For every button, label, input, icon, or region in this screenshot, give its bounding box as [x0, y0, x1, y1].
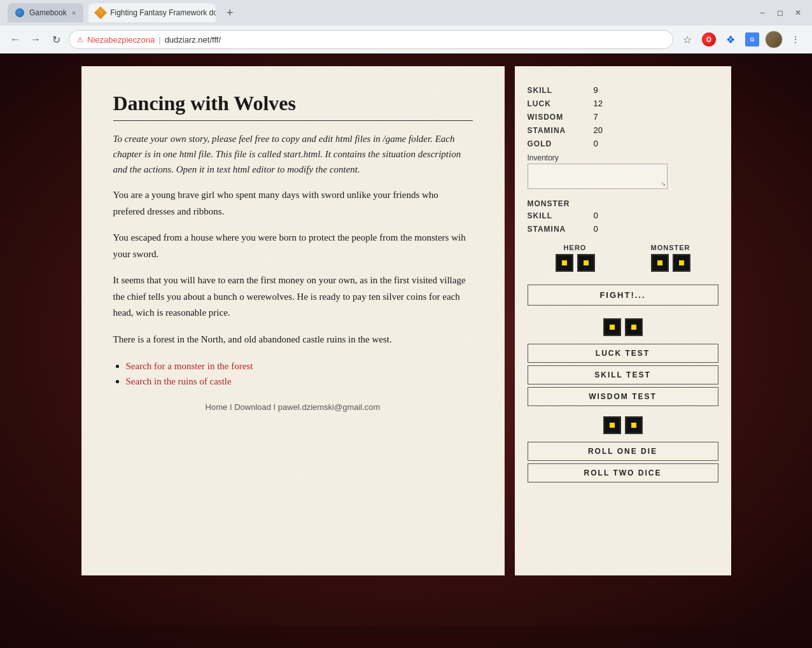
test-die-1-pip — [610, 325, 615, 330]
story-actions: Search for a monster in the forest Searc… — [113, 360, 473, 387]
footer-download-link[interactable]: Download — [234, 402, 271, 412]
monster-section: MONSTER SKILL 0 STAMINA 0 — [528, 199, 718, 234]
address-separator: | — [158, 35, 160, 45]
security-label: Niezabezpieczona — [87, 35, 155, 45]
roll-die-1-pip — [610, 423, 615, 428]
inventory-area[interactable]: ↘ — [528, 164, 668, 189]
luck-label: LUCK — [528, 99, 591, 108]
stat-row-gold: GOLD 0 — [528, 139, 718, 148]
stat-row-luck: LUCK 12 — [528, 99, 718, 108]
wisdom-test-button[interactable]: WISDOM TEST — [528, 387, 718, 406]
hero-die-2-pip — [584, 260, 589, 265]
title-bar: Gamebook × Fighting Fantasy Framework do… — [0, 0, 812, 25]
close-button[interactable]: ✕ — [792, 6, 804, 19]
stat-row-skill: SKILL 9 — [528, 85, 718, 95]
hero-dice-row — [556, 254, 595, 272]
story-para-2: You escaped from a house where you were … — [113, 230, 473, 262]
fight-button[interactable]: FIGHT!... — [528, 285, 718, 306]
tab-fff-label: Fighting Fantasy Framework dow — [110, 8, 216, 17]
earth-icon — [15, 8, 24, 17]
monster-die-2 — [673, 254, 690, 272]
test-dice-row — [528, 318, 718, 336]
tab-gamebook-label: Gamebook — [29, 8, 67, 17]
luck-test-button[interactable]: LUCK TEST — [528, 344, 718, 363]
wisdom-label: WISDOM — [528, 113, 591, 122]
skill-test-button[interactable]: SKILL TEST — [528, 365, 718, 384]
wisdom-value: 7 — [594, 112, 598, 122]
story-para-1: You are a young brave girl who spent man… — [113, 187, 473, 220]
translate-icon: G — [745, 32, 759, 46]
hero-die-2 — [577, 254, 595, 272]
footer-home-link[interactable]: Home — [206, 402, 228, 412]
window-controls: – ◻ ✕ — [756, 6, 804, 19]
refresh-button[interactable]: ↻ — [48, 32, 64, 47]
stamina-label: STAMINA — [528, 126, 591, 135]
action-link-forest[interactable]: Search for a monster in the forest — [126, 361, 253, 371]
minimize-button[interactable]: – — [756, 6, 769, 19]
opera-button[interactable]: O — [700, 31, 718, 48]
monster-stamina-label: STAMINA — [528, 225, 591, 234]
translate-button[interactable]: G — [743, 31, 761, 48]
hero-die-1 — [556, 254, 573, 272]
stamina-value: 20 — [594, 125, 603, 135]
story-footer: Home I Download I pawel.dziemski@gmail.c… — [113, 402, 473, 412]
footer-sep1: I — [230, 402, 232, 412]
roll-two-dice-button[interactable]: ROLL TWO DICE — [528, 463, 718, 482]
monster-die-2-pip — [679, 260, 684, 265]
test-die-2 — [625, 318, 643, 336]
new-tab-button[interactable]: + — [221, 4, 239, 22]
story-title: Dancing with Wolves — [113, 92, 473, 121]
monster-stat-row-skill: SKILL 0 — [528, 211, 718, 220]
monster-skill-label: SKILL — [528, 211, 591, 220]
forward-button[interactable]: → — [28, 32, 43, 47]
maximize-button[interactable]: ◻ — [774, 6, 787, 19]
dropbox-button[interactable]: ❖ — [722, 31, 739, 48]
browser-window: Gamebook × Fighting Fantasy Framework do… — [0, 0, 812, 626]
roll-dice-row — [528, 416, 718, 434]
roll-one-die-button[interactable]: ROLL ONE DIE — [528, 442, 718, 461]
monster-die-1 — [651, 254, 669, 272]
roll-die-2 — [625, 416, 643, 434]
list-item: Search for a monster in the forest — [126, 360, 473, 372]
monster-stamina-value: 0 — [594, 224, 598, 234]
url-text: dudziarz.net/fff/ — [165, 35, 221, 45]
tab-gamebook[interactable]: Gamebook × — [8, 3, 83, 22]
test-die-2-pip — [631, 325, 636, 330]
stat-row-wisdom: WISDOM 7 — [528, 112, 718, 122]
address-input[interactable]: ⚠ Niezabezpieczona | dudziarz.net/fff/ — [69, 30, 673, 49]
inventory-section: Inventory ↘ — [528, 153, 718, 189]
hero-dice-label: HERO — [564, 244, 587, 251]
tab-gamebook-close[interactable]: × — [72, 9, 76, 17]
back-button[interactable]: ← — [8, 32, 23, 47]
action-link-castle[interactable]: Search in the ruins of castle — [126, 376, 232, 386]
monster-skill-value: 0 — [594, 211, 598, 220]
menu-button[interactable]: ⋮ — [787, 31, 804, 48]
dropbox-icon: ❖ — [726, 34, 735, 46]
combat-dice-section: HERO MONSTER — [528, 244, 718, 272]
hero-dice-group: HERO — [556, 244, 595, 272]
monster-section-label: MONSTER — [528, 199, 718, 208]
opera-icon: O — [702, 32, 716, 46]
skill-label: SKILL — [528, 86, 591, 95]
luck-value: 12 — [594, 99, 603, 108]
footer-sep2: I — [274, 402, 276, 412]
monster-dice-label: MONSTER — [651, 244, 690, 251]
story-para-3: It seems that you will have to earn the … — [113, 272, 473, 321]
monster-dice-group: MONSTER — [651, 244, 690, 272]
roll-die-1 — [603, 416, 621, 434]
story-panel: Dancing with Wolves To create your own s… — [81, 66, 505, 575]
inventory-label: Inventory — [528, 153, 718, 162]
gold-label: GOLD — [528, 139, 591, 148]
star-icon: ☆ — [683, 34, 692, 46]
star-button[interactable]: ☆ — [678, 31, 696, 48]
toolbar-icons: ☆ O ❖ G ⋮ — [678, 31, 804, 48]
address-bar: ← → ↻ ⚠ Niezabezpieczona | dudziarz.net/… — [0, 25, 812, 53]
monster-dice-row — [651, 254, 690, 272]
footer-email-link[interactable]: pawel.dziemski@gmail.com — [278, 402, 381, 412]
menu-icon: ⋮ — [791, 34, 801, 45]
profile-button[interactable] — [765, 31, 783, 48]
hero-die-1-pip — [562, 260, 567, 265]
list-item: Search in the ruins of castle — [126, 376, 473, 387]
ff-icon — [94, 6, 107, 19]
tab-fff[interactable]: Fighting Fantasy Framework dow × — [88, 3, 216, 22]
